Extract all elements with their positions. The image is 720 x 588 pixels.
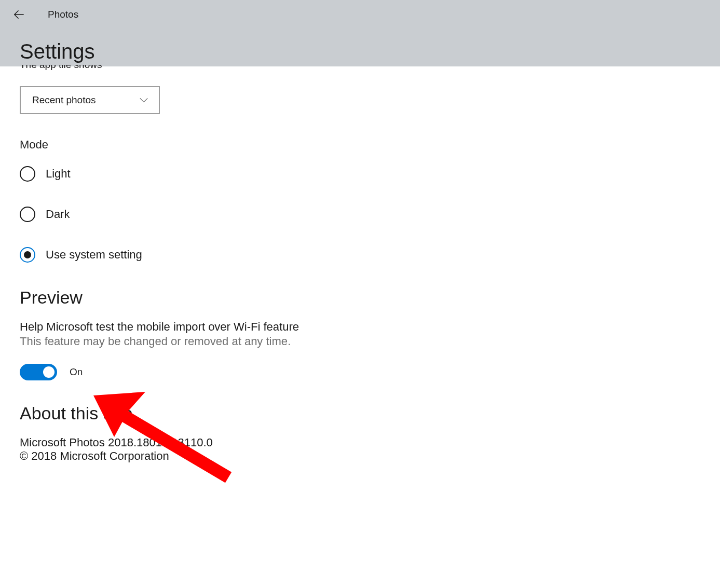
preview-description: Help Microsoft test the mobile import ov… <box>20 320 720 334</box>
toggle-state-label: On <box>70 366 83 378</box>
radio-label: Use system setting <box>46 248 142 262</box>
settings-content: The app tile shows Recent photos Mode Li… <box>0 66 720 463</box>
header-bar: Photos Settings <box>0 0 720 71</box>
preview-toggle[interactable] <box>20 364 57 380</box>
radio-icon <box>20 207 35 222</box>
radio-label: Light <box>46 167 71 181</box>
preview-note: This feature may be changed or removed a… <box>20 335 720 348</box>
about-version: Microsoft Photos 2018.18011.13110.0 <box>20 436 720 449</box>
radio-inner-dot <box>24 251 31 258</box>
radio-label: Dark <box>46 208 70 221</box>
tile-shows-label: The app tile shows <box>20 65 720 71</box>
preview-toggle-row: On <box>20 364 720 380</box>
about-copyright: © 2018 Microsoft Corporation <box>20 449 720 463</box>
about-heading: About this app <box>20 403 720 423</box>
mode-label: Mode <box>20 138 720 152</box>
mode-radio-light[interactable]: Light <box>20 166 720 182</box>
back-button[interactable] <box>12 8 25 21</box>
toggle-knob-icon <box>43 366 55 378</box>
chevron-down-icon <box>139 97 148 104</box>
tile-shows-dropdown[interactable]: Recent photos <box>20 86 160 114</box>
page-title: Settings <box>0 29 720 71</box>
app-name: Photos <box>48 9 78 20</box>
preview-heading: Preview <box>20 288 720 308</box>
mode-radio-system[interactable]: Use system setting <box>20 247 720 263</box>
radio-icon-selected <box>20 247 35 263</box>
header-top-row: Photos <box>0 0 720 29</box>
dropdown-value: Recent photos <box>32 94 96 106</box>
mode-radio-dark[interactable]: Dark <box>20 207 720 222</box>
radio-icon <box>20 166 35 182</box>
back-arrow-icon <box>13 9 24 20</box>
